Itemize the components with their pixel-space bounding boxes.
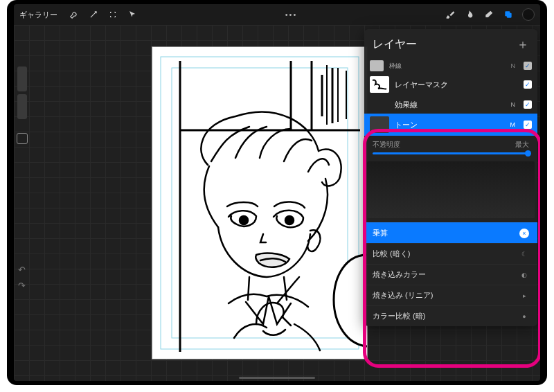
flame-icon: ▸ [519,291,529,301]
brush-opacity-slider[interactable] [17,94,27,119]
dot-icon: ● [519,312,529,321]
blend-mode-list: 乗算 × 比較 (暗く) ☾ 焼き込みカラー ◐ 焼き込み (リニア) ▸ カラ… [364,222,537,326]
blend-mode-item[interactable]: カラー比較 (暗) ● [364,305,537,326]
close-icon[interactable]: × [519,229,529,238]
blend-mode-item[interactable]: 焼き込みカラー ◐ [364,264,537,285]
blend-mode-item[interactable]: 比較 (暗く) ☾ [364,243,537,264]
moon-icon: ☾ [519,249,529,259]
layers-panel: レイヤー ＋ 枠線 N レイヤーマスク 効果線 N [364,29,537,326]
opacity-label: 不透明度 [373,140,400,150]
layer-row[interactable]: レイヤーマスク [364,73,537,96]
color-picker-button[interactable] [522,8,535,21]
droplet-icon: ◐ [519,270,529,280]
eraser-icon[interactable] [482,8,496,21]
home-indicator [239,377,315,379]
layer-name: 枠線 [389,62,506,71]
undo-icon[interactable]: ↶ [18,265,26,275]
wand-icon[interactable] [87,8,100,21]
layer-name: レイヤーマスク [395,80,510,90]
opacity-value: 最大 [515,140,529,150]
layer-visible-checkbox[interactable] [524,80,532,89]
layer-thumbnail [370,116,389,133]
wrench-icon[interactable] [67,8,81,21]
smudge-icon[interactable] [463,8,476,21]
svg-point-5 [240,216,248,224]
canvas[interactable] [152,47,367,359]
app-screen: ギャラリー ••• ↶ ↷ [14,4,540,381]
gallery-button[interactable]: ギャラリー [19,10,57,20]
brush-icon[interactable] [443,8,457,21]
blend-preview [367,161,535,218]
layer-thumbnail [370,76,389,93]
layer-name: トーン [395,120,505,130]
device-frame: ギャラリー ••• ↶ ↷ [7,0,547,385]
layers-panel-title: レイヤー [373,37,417,52]
layer-row-selected[interactable]: トーン M [364,114,537,136]
redo-icon[interactable]: ↷ [18,280,26,291]
blend-mode-label: 焼き込み (リニア) [373,290,433,301]
side-toolbar [14,66,30,144]
more-menu-icon[interactable]: ••• [281,10,302,19]
opacity-section: 不透明度 最大 [364,136,537,157]
layer-visible-checkbox[interactable] [524,62,532,70]
layer-name: 効果線 [395,100,506,110]
layer-blend-tag: N [511,62,516,69]
blend-mode-label: カラー比較 (暗) [373,311,425,321]
blend-mode-label: 乗算 [373,228,388,238]
svg-point-6 [285,216,294,224]
layer-row[interactable]: 効果線 N [364,96,537,114]
brush-size-slider[interactable] [17,66,27,91]
modifier-button[interactable] [17,133,28,144]
add-layer-icon[interactable]: ＋ [517,36,529,53]
select-icon[interactable] [106,8,120,21]
opacity-slider[interactable] [373,152,529,154]
blend-mode-label: 比較 (暗く) [373,249,410,259]
blend-mode-label: 焼き込みカラー [373,269,426,280]
layers-icon[interactable] [501,8,515,21]
top-toolbar: ギャラリー ••• [14,4,540,25]
layer-row[interactable]: 枠線 N [364,58,537,73]
layer-visible-checkbox[interactable] [524,100,532,109]
cursor-icon[interactable] [125,8,139,21]
svg-rect-1 [507,13,512,18]
blend-mode-item[interactable]: 乗算 × [364,222,537,243]
layer-visible-checkbox[interactable] [524,121,532,129]
layer-blend-tag: N [511,101,516,108]
layer-blend-tag: M [510,121,516,128]
undo-redo-group: ↶ ↷ [18,265,26,291]
blend-mode-item[interactable]: 焼き込み (リニア) ▸ [364,285,537,305]
